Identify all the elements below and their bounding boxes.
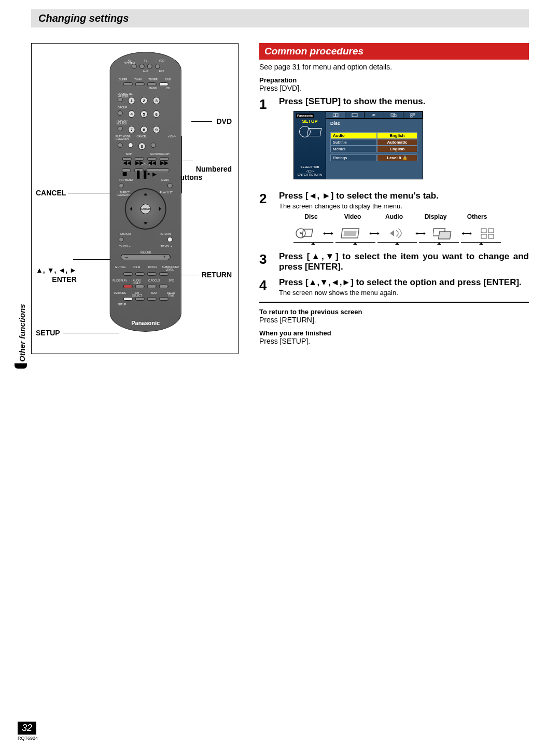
lbl-repeat: REPEAT/ MIX 2CH (117, 120, 132, 125)
osd-tab-disc-icon (326, 111, 345, 119)
osd-row-ratings-k: Ratings (330, 154, 377, 161)
lbl-tvvol-minus: TV VOL – (116, 245, 134, 248)
lbl-group: GROUP (118, 106, 132, 109)
lbl-muting: MUTING (114, 266, 127, 271)
btn-s10[interactable] (151, 143, 156, 148)
btn-sleep[interactable] (123, 82, 132, 86)
btn-sfc[interactable] (159, 285, 168, 288)
callout-cancel-label: CANCEL (36, 189, 66, 197)
btn-power-tv[interactable] (139, 64, 144, 69)
btn-cancel[interactable] (128, 143, 133, 148)
doc-code: RQT6924 (18, 736, 38, 741)
btn-test[interactable] (147, 297, 156, 301)
btn-audio-only[interactable] (135, 285, 144, 288)
btn-num-6[interactable]: 6 (153, 110, 160, 118)
osd-tab-title: Disc (330, 121, 340, 126)
btn-skip-next[interactable]: ▸▸ (135, 157, 144, 161)
btn-chselect[interactable] (135, 297, 144, 301)
btn-volume-rocker[interactable]: –+ (121, 254, 171, 260)
btn-muting[interactable] (123, 272, 132, 276)
tab-icon-others (478, 225, 501, 241)
btn-tvav[interactable] (135, 82, 144, 86)
btn-num-8[interactable]: 8 (141, 126, 148, 133)
btn-csm[interactable] (135, 272, 144, 276)
svg-rect-3 (391, 114, 395, 116)
btn-ext[interactable] (155, 64, 160, 69)
lbl-sleep: SLEEP (117, 78, 129, 81)
btn-return[interactable] (167, 237, 173, 242)
btn-pause[interactable]: ❚❚ (134, 168, 144, 172)
btn-display[interactable] (119, 237, 124, 242)
lbl-cd: CD (162, 87, 174, 90)
lbl-csm: C.S.M (130, 266, 143, 271)
osd-row-menus: Menus English (330, 146, 417, 152)
btn-subwoofer[interactable] (159, 272, 168, 276)
intro-text: See page 31 for menu and option details. (259, 63, 529, 71)
btn-down[interactable] (144, 222, 148, 227)
btn-remaster[interactable] (118, 97, 123, 102)
btn-num-3[interactable]: 3 (153, 97, 160, 104)
btn-num-7[interactable]: 7 (128, 126, 135, 133)
svg-rect-7 (411, 116, 412, 117)
page-number: 32 (18, 722, 36, 735)
btn-playmode[interactable] (118, 143, 123, 148)
tab-icon-audio (386, 225, 409, 241)
osd-setup-screen: Panasonic SETUP SELECT TAB ◁▢▷ ENTER RET… (293, 111, 423, 179)
btn-delaytime[interactable] (159, 297, 168, 301)
tab-icon-disc (293, 225, 316, 241)
btn-ddpl[interactable] (147, 272, 156, 276)
btn-fl-display[interactable] (123, 285, 132, 288)
tab-icon-video (340, 225, 362, 241)
lbl-delaytime: DELAY TIME (164, 292, 178, 297)
lbl-cfocus: C.FOCUS (147, 279, 161, 285)
return-head: To return to the previous screen (259, 308, 529, 316)
lbl-subwoofer: SUBWOOFER LEVEL (162, 266, 177, 271)
btn-dvd-cd[interactable] (159, 82, 168, 86)
btn-num-1[interactable]: 1 (128, 97, 135, 104)
btn-group[interactable] (118, 110, 123, 116)
btn-enter[interactable]: ENTER (141, 204, 151, 214)
btn-skip-prev[interactable]: ◂◂ (122, 157, 132, 161)
btn-right[interactable] (159, 207, 163, 211)
btn-play[interactable]: • ▸ (147, 168, 170, 172)
step-3-num: 3 (259, 251, 274, 272)
btn-tuner-band[interactable] (147, 82, 156, 86)
page-header: Changing settings (31, 9, 529, 27)
lbl-sfc: SFC (164, 279, 178, 285)
btn-left[interactable] (128, 207, 132, 211)
step-2-num: 2 (259, 191, 274, 246)
btn-topmenu[interactable] (119, 183, 124, 188)
osd-row-subtitle: Subtitle Automatic (330, 139, 417, 146)
step-2: 2 Press [◄, ►] to select the menu's tab.… (259, 191, 529, 246)
osd-row-subtitle-v: Automatic (377, 139, 417, 146)
svg-rect-12 (343, 231, 356, 236)
btn-num-0[interactable]: 0 (138, 143, 146, 150)
lbl-return: RETURN (156, 233, 175, 235)
osd-tab-display-icon (384, 111, 403, 119)
btn-slow-fwd[interactable]: ▸▸ (160, 157, 169, 161)
btn-num-9[interactable]: 9 (153, 126, 160, 133)
step-4-sub: The screen now shows the menu again. (279, 289, 529, 297)
btn-slow-rev[interactable]: ◂◂ (147, 157, 157, 161)
callout-dvd: DVD (216, 117, 232, 125)
lbl-tvav: TV/AV (132, 78, 144, 81)
lbl-display: DISPLAY (117, 233, 135, 235)
btn-cfocus[interactable] (147, 285, 156, 288)
btn-repeat[interactable] (118, 126, 123, 131)
lbl-chselect: CH SELECT (130, 292, 144, 297)
lbl-topmenu: TOP MENU (117, 179, 135, 181)
btn-setup-fmmode[interactable] (123, 297, 132, 301)
btn-num-4[interactable]: 4 (128, 110, 135, 118)
btn-menu[interactable] (167, 183, 173, 188)
osd-tab-others-icon (403, 111, 423, 119)
page-footer: 32 RQT6924 (18, 722, 38, 741)
lbl-fl: FL DISPLAY (113, 279, 127, 285)
btn-num-2[interactable]: 2 (141, 97, 148, 104)
btn-up[interactable] (144, 191, 148, 195)
btn-num-5[interactable]: 5 (141, 110, 148, 118)
btn-stop[interactable]: ■ (122, 168, 131, 172)
svg-point-9 (300, 232, 302, 234)
btn-aux[interactable] (147, 64, 152, 69)
btn-power-avsystem[interactable] (131, 64, 136, 69)
step-3-main: Press [▲,▼] to select the item you want … (279, 251, 529, 272)
